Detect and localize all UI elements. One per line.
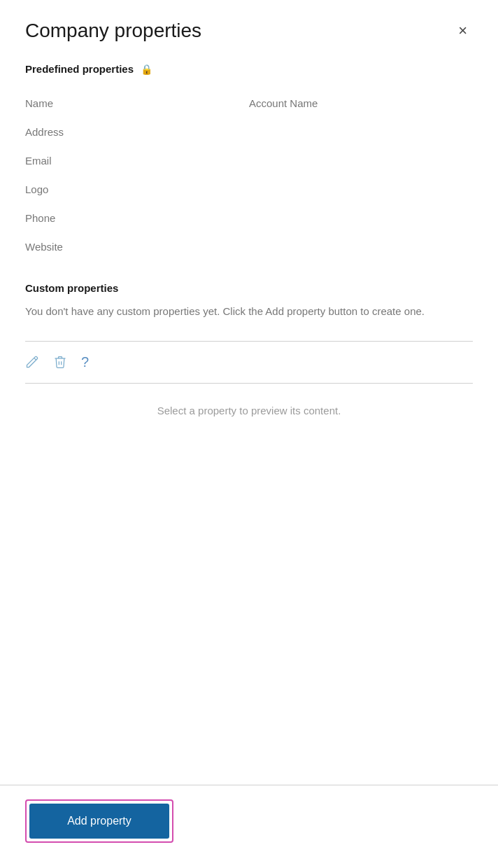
add-property-button[interactable]: Add property (29, 804, 169, 839)
add-property-wrapper: Add property (25, 799, 173, 843)
predefined-section-title: Predefined properties 🔒 (25, 63, 473, 75)
property-toolbar: ? (25, 342, 473, 383)
company-properties-panel: Company properties × Predefined properti… (0, 0, 498, 868)
property-address-placeholder (249, 118, 473, 146)
custom-empty-text: You don't have any custom properties yet… (25, 304, 473, 320)
predefined-title-text: Predefined properties (25, 63, 134, 75)
property-website-placeholder (249, 232, 473, 261)
property-website: Website (25, 232, 249, 261)
delete-icon[interactable] (53, 355, 67, 369)
property-phone-placeholder (249, 204, 473, 232)
preview-text: Select a property to preview its content… (157, 405, 341, 416)
help-icon[interactable]: ? (81, 354, 89, 370)
panel-title: Company properties (25, 20, 201, 42)
panel-content: Predefined properties 🔒 Name Account Nam… (0, 56, 498, 785)
pencil-svg-icon (25, 355, 39, 369)
predefined-properties-grid: Name Account Name Address Email Logo Pho… (25, 89, 473, 261)
property-email: Email (25, 146, 249, 175)
property-account-name: Account Name (249, 89, 473, 118)
property-logo: Logo (25, 175, 249, 204)
edit-icon[interactable] (25, 355, 39, 369)
close-button[interactable]: × (453, 20, 473, 41)
panel-footer: Add property (0, 785, 498, 868)
property-address: Address (25, 118, 249, 146)
panel-header: Company properties × (0, 0, 498, 56)
property-email-placeholder (249, 146, 473, 175)
property-name: Name (25, 89, 249, 118)
property-logo-placeholder (249, 175, 473, 204)
preview-section: Select a property to preview its content… (25, 384, 473, 438)
custom-section-title: Custom properties (25, 282, 473, 294)
property-phone: Phone (25, 204, 249, 232)
lock-icon: 🔒 (141, 64, 152, 75)
trash-svg-icon (53, 355, 67, 369)
